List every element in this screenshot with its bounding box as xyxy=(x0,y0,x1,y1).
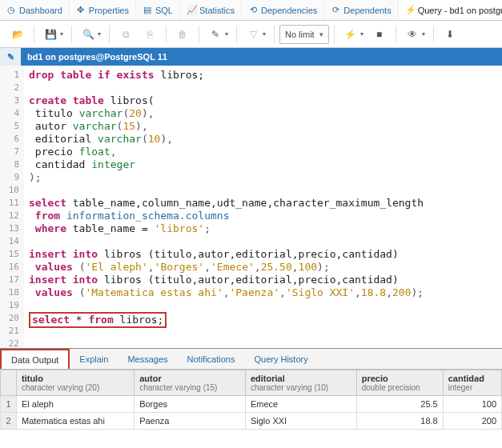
download-button[interactable]: ⬇ xyxy=(439,24,461,45)
edit-icon: ✎ xyxy=(211,29,219,40)
separator xyxy=(433,26,434,43)
separator xyxy=(274,26,275,43)
code-area[interactable]: drop table if exists libros; create tabl… xyxy=(24,66,502,348)
open-file-button[interactable]: 📂 xyxy=(6,24,29,45)
tab-dependents[interactable]: ⟳Dependents xyxy=(324,0,398,20)
main-tabs: ◷Dashboard ✥Properties ▤SQL 📈Statistics … xyxy=(0,0,502,21)
result-tabs: Data Output Explain Messages Notificatio… xyxy=(0,349,502,370)
table-row[interactable]: 2 Matematica estas ahi Paenza Siglo XXI … xyxy=(1,413,502,430)
deps-out-icon: ⟳ xyxy=(331,5,340,15)
tab-properties-label: Properties xyxy=(89,6,129,15)
copy-button[interactable]: ⧉ xyxy=(114,24,137,45)
paste-button[interactable]: ⎘ xyxy=(139,24,161,45)
connection-label: bd1 on postgres@PostgreSQL 11 xyxy=(24,52,171,62)
query-toolbar: 📂 💾 ▾ 🔍 ▾ ⧉ ⎘ 🗑 ✎ ▾ ▽ ▾ No limit▾ ⚡ ▾ ■ … xyxy=(0,21,502,48)
rtab-data-output[interactable]: Data Output xyxy=(0,349,70,369)
explain-button[interactable]: 👁 xyxy=(401,24,424,45)
tab-dependencies[interactable]: ⟲Dependencies xyxy=(242,0,324,20)
tab-statistics-label: Statistics xyxy=(199,6,235,15)
tab-dashboard[interactable]: ◷Dashboard xyxy=(0,0,70,20)
separator xyxy=(199,26,199,43)
tab-sql-label: SQL xyxy=(155,6,173,15)
execute-button[interactable]: ⚡ xyxy=(339,24,362,45)
bolt-icon: ⚡ xyxy=(344,29,356,40)
highlighted-query: select * from libros; xyxy=(29,312,167,328)
edit-dropdown[interactable]: ▾ xyxy=(225,30,231,38)
separator xyxy=(396,26,396,43)
paste-icon: ⎘ xyxy=(147,29,153,40)
table-row[interactable]: 1 El aleph Borges Emece 25.5 100 xyxy=(1,396,502,413)
tab-dependents-label: Dependents xyxy=(343,6,391,15)
tab-statistics[interactable]: 📈Statistics xyxy=(180,0,242,20)
save-dropdown[interactable]: ▾ xyxy=(60,30,66,38)
tab-dependencies-label: Dependencies xyxy=(261,6,317,15)
filter-dropdown[interactable]: ▾ xyxy=(263,30,269,38)
tab-sql[interactable]: ▤SQL xyxy=(136,0,180,20)
tab-query[interactable]: ⚡Query - bd1 on postgres@Postg xyxy=(399,0,502,20)
delete-button[interactable]: 🗑 xyxy=(171,24,194,45)
copy-icon: ⧉ xyxy=(122,29,130,40)
col-editorial[interactable]: editorialcharacter varying (10) xyxy=(245,370,356,396)
deps-in-icon: ⟲ xyxy=(248,5,258,15)
limit-label: No limit xyxy=(285,30,315,39)
tab-query-label: Query - bd1 on postgres@Postg xyxy=(418,6,502,15)
bolt-icon: ⚡ xyxy=(405,5,415,15)
find-button[interactable]: 🔍 xyxy=(77,24,99,45)
chart-icon: 📈 xyxy=(187,5,196,15)
filter-button[interactable]: ▽ xyxy=(242,24,264,45)
col-titulo[interactable]: titulocharacter varying (20) xyxy=(17,370,135,396)
tab-dashboard-label: Dashboard xyxy=(19,6,62,15)
sql-icon: ▤ xyxy=(143,5,152,15)
search-icon: 🔍 xyxy=(82,29,94,40)
rtab-explain[interactable]: Explain xyxy=(70,349,118,369)
execute-dropdown[interactable]: ▾ xyxy=(360,30,367,38)
scratchpad-icon[interactable]: ✎ xyxy=(0,48,21,66)
grid-corner xyxy=(1,370,17,396)
separator xyxy=(166,26,167,43)
col-cantidad[interactable]: cantidadinteger xyxy=(443,370,501,396)
explain-icon: 👁 xyxy=(408,29,417,40)
filter-icon: ▽ xyxy=(250,29,257,40)
separator xyxy=(109,26,110,43)
stop-icon: ■ xyxy=(376,29,382,40)
save-button[interactable]: 💾 xyxy=(39,24,62,45)
explain-dropdown[interactable]: ▾ xyxy=(422,30,428,38)
line-gutter: 12345678910111213141516171819202122 xyxy=(0,66,24,348)
download-icon: ⬇ xyxy=(446,29,454,40)
separator xyxy=(71,26,72,43)
col-precio[interactable]: preciodouble precision xyxy=(356,370,443,396)
save-icon: 💾 xyxy=(45,29,57,40)
sliders-icon: ✥ xyxy=(76,5,86,15)
rtab-messages[interactable]: Messages xyxy=(118,349,177,369)
gauge-icon: ◷ xyxy=(6,5,16,15)
trash-icon: 🗑 xyxy=(178,29,187,40)
limit-select[interactable]: No limit▾ xyxy=(279,25,329,44)
col-autor[interactable]: autorcharacter varying (15) xyxy=(135,370,246,396)
separator xyxy=(34,26,34,43)
folder-open-icon: 📂 xyxy=(12,29,24,40)
edit-button[interactable]: ✎ xyxy=(204,24,227,45)
rtab-notifications[interactable]: Notifications xyxy=(178,349,245,369)
stop-button[interactable]: ■ xyxy=(368,24,391,45)
separator xyxy=(236,26,237,43)
find-dropdown[interactable]: ▾ xyxy=(98,30,104,38)
rtab-query-history[interactable]: Query History xyxy=(244,349,317,369)
connection-bar: ✎ bd1 on postgres@PostgreSQL 11 xyxy=(0,48,502,66)
tab-properties[interactable]: ✥Properties xyxy=(70,0,136,20)
separator xyxy=(334,26,335,43)
grid-header-row: titulocharacter varying (20) autorcharac… xyxy=(1,370,502,396)
chevron-down-icon: ▾ xyxy=(319,30,323,38)
sql-editor[interactable]: 12345678910111213141516171819202122 drop… xyxy=(0,66,502,349)
result-grid: titulocharacter varying (20) autorcharac… xyxy=(0,370,502,430)
